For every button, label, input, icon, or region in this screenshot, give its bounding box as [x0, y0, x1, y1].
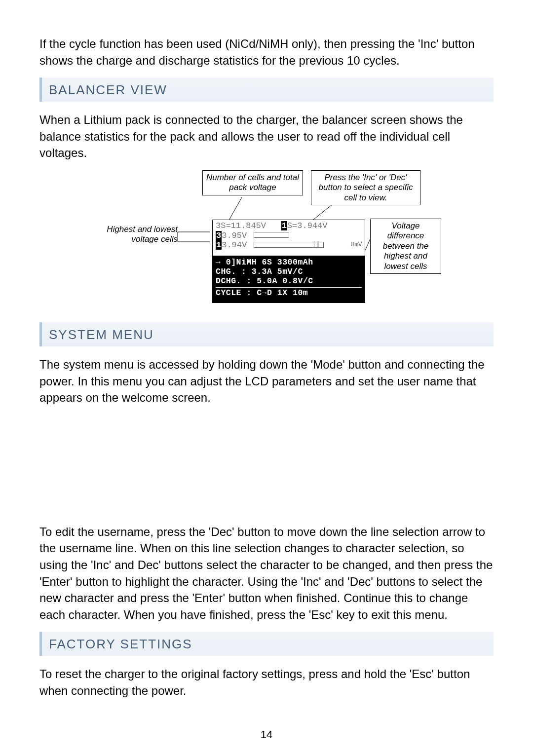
lcd-top-line1-left: 3S=11.845V — [216, 221, 266, 230]
balancer-paragraph: When a Lithium pack is connected to the … — [39, 112, 494, 161]
callout-hi-lo-cells: Highest and lowest voltage cells — [99, 225, 178, 245]
lcd-bottom-line4: CYCLE : C→D 1X 10m — [216, 287, 362, 298]
factory-paragraph: To reset the charger to the original fac… — [39, 666, 494, 699]
lcd-top-cell3-val: 3.95V — [222, 231, 247, 240]
heading-factory-settings: FACTORY SETTINGS — [39, 632, 494, 656]
heading-system-menu: SYSTEM MENU — [39, 322, 494, 346]
lcd-top-line1-right: S=3.944V — [287, 221, 328, 230]
bar-icon — [254, 232, 289, 238]
bar-icon: ┤╫ — [254, 242, 324, 248]
page: If the cycle function has been used (NiC… — [0, 0, 533, 756]
lcd-bottom-line3: DCHG. : 5.0A 0.8V/C — [216, 277, 362, 286]
lcd-bottom: → 0]NiMH 6S 3300mAh CHG. : 3.3A 5mV/C DC… — [212, 256, 365, 303]
heading-balancer-view: BALANCER VIEW — [39, 77, 494, 102]
lcd-top: 3S=11.845V 1S=3.944V 33.95V 13.94V ┤╫ 8m… — [212, 220, 365, 256]
lcd-bottom-line2: CHG. : 3.3A 5mV/C — [216, 267, 362, 277]
lcd-top-selected-cell: 1 — [281, 221, 287, 230]
intro-paragraph: If the cycle function has been used (NiC… — [39, 36, 494, 69]
lcd-top-cell1-num: 1 — [216, 240, 222, 250]
system-menu-paragraph-2: To edit the username, press the 'Dec' bu… — [39, 524, 494, 623]
page-number: 14 — [0, 728, 533, 741]
callout-voltage-diff: Voltage difference between the highest a… — [370, 219, 441, 274]
blank-space — [39, 415, 494, 524]
lcd-bottom-line1: → 0]NiMH 6S 3300mAh — [216, 258, 362, 267]
lcd-top-cell1-val: 3.94V — [222, 240, 247, 250]
callout-pack-voltage: Number of cells and total pack voltage — [202, 170, 303, 195]
system-menu-paragraph-1: The system menu is accessed by holding d… — [39, 356, 494, 406]
balancer-diagram: Number of cells and total pack voltage P… — [99, 170, 434, 313]
lcd-top-cell3-num: 3 — [216, 231, 222, 240]
callout-select-cell: Press the 'Inc' or 'Dec' button to selec… — [311, 170, 420, 205]
lcd-top-delta: 8mV — [351, 241, 362, 249]
